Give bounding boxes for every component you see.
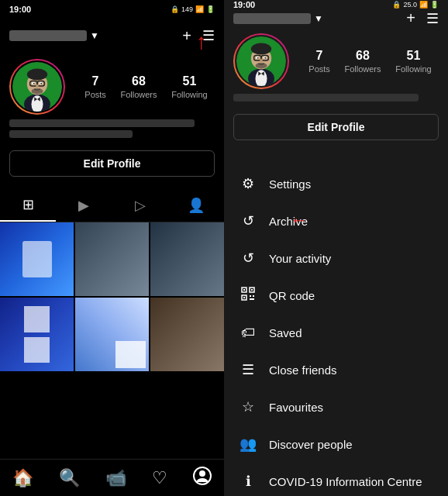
left-status-bar: 19:00 🔒 149 📶 🔋 [0, 0, 224, 19]
svg-point-32 [255, 63, 267, 69]
left-heart-icon[interactable]: ♡ [152, 468, 167, 488]
svg-point-28 [264, 57, 266, 59]
close-friends-label: Close friends [269, 363, 337, 377]
menu-item-saved[interactable]: 🏷 Saved [224, 315, 448, 351]
svg-point-15 [31, 88, 43, 95]
right-followers-count: 68 [356, 49, 370, 63]
favourites-label: Favourites [269, 401, 323, 414]
right-add-icon[interactable]: + [406, 9, 415, 27]
left-chevron-icon: ▼ [90, 30, 99, 41]
right-menu-list: ⚙ Settings ↺ Archive ↺ Your activity [224, 162, 448, 496]
right-avatar-inner [235, 35, 288, 88]
right-panel: 19:00 🔒 25.0 📶 🔋 ▼ + ☰ [224, 0, 448, 496]
svg-point-10 [40, 83, 42, 84]
left-stat-following: 51 Following [171, 74, 207, 99]
left-tab-tagged[interactable]: 👤 [168, 189, 224, 222]
menu-item-activity[interactable]: ↺ Your activity [224, 239, 448, 277]
left-tab-reels[interactable]: ▶ [56, 189, 112, 222]
left-menu-icon[interactable]: ☰ [202, 27, 215, 44]
qrcode-label: QR code [269, 289, 315, 302]
left-tagged-icon: 👤 [188, 197, 205, 214]
left-bottom-nav: 🏠 🔍 📹 ♡ [0, 459, 224, 496]
right-status-time: 19:00 [233, 0, 255, 9]
right-following-count: 51 [407, 49, 421, 63]
left-top-nav: ▼ + ☰ ↑ [0, 19, 224, 53]
left-photo-grid [0, 222, 224, 371]
left-add-icon[interactable]: + [182, 27, 191, 45]
menu-item-archive[interactable]: ↺ Archive [224, 202, 448, 239]
right-edit-profile-button[interactable]: Edit Profile [233, 114, 439, 140]
svg-point-6 [27, 68, 47, 80]
left-panel: 19:00 🔒 149 📶 🔋 ▼ + ☰ ↑ [0, 0, 224, 496]
left-video-icon: ▷ [135, 197, 146, 214]
activity-label: Your activity [269, 252, 331, 265]
left-content-area [0, 222, 224, 459]
left-profile-nav-icon[interactable] [193, 467, 212, 490]
right-following-label: Following [395, 64, 431, 74]
right-bio-area [233, 94, 439, 108]
svg-point-27 [257, 57, 259, 59]
left-avatar-inner [11, 60, 64, 113]
grid-cell-1 [0, 222, 74, 296]
right-stat-posts: 7 Posts [308, 49, 330, 74]
grid-cell-5 [75, 298, 149, 371]
right-lock-icon: 🔒 [392, 1, 401, 9]
right-followers-label: Followers [344, 64, 381, 74]
left-bio-line-1 [9, 119, 195, 127]
discover-icon: 👥 [240, 436, 257, 453]
svg-rect-34 [243, 289, 245, 291]
left-avatar-ring [9, 59, 65, 115]
menu-item-settings[interactable]: ⚙ Settings [224, 165, 448, 202]
left-profile-section: 7 Posts 68 Followers 51 Following Edit P… [0, 53, 224, 189]
right-avatar-svg [236, 36, 286, 86]
right-profile-top: 7 Posts 68 Followers 51 Following [233, 33, 439, 89]
svg-point-9 [33, 83, 35, 84]
archive-label: Archive [269, 215, 308, 228]
saved-icon: 🏷 [240, 325, 257, 341]
left-tab-video[interactable]: ▷ [112, 189, 168, 222]
menu-item-favourites[interactable]: ☆ Favourites [224, 388, 448, 425]
left-following-count: 51 [183, 74, 197, 88]
right-posts-count: 7 [316, 49, 323, 63]
grid-cell-4 [0, 298, 74, 371]
svg-point-24 [251, 43, 271, 54]
left-status-icons: 🔒 149 📶 🔋 [171, 5, 215, 13]
menu-item-covid[interactable]: ℹ COVID-19 Information Centre [224, 463, 448, 496]
grid-cell-6 [150, 298, 224, 371]
left-home-icon[interactable]: 🏠 [12, 468, 33, 488]
left-following-label: Following [171, 90, 207, 99]
left-username-area: ▼ [9, 30, 99, 41]
right-chevron-icon: ▼ [314, 13, 323, 24]
menu-item-qrcode[interactable]: QR code [224, 277, 448, 315]
favourites-icon: ☆ [240, 398, 257, 415]
menu-item-discover[interactable]: 👥 Discover people [224, 425, 448, 463]
svg-rect-40 [253, 295, 254, 297]
right-status-bar: 19:00 🔒 25.0 📶 🔋 [224, 0, 448, 9]
covid-icon: ℹ [240, 473, 257, 490]
svg-rect-38 [243, 297, 245, 298]
right-signal-text: 25.0 [403, 1, 417, 9]
left-username [9, 30, 87, 41]
left-avatar-svg [12, 62, 62, 112]
svg-point-14 [36, 84, 39, 88]
left-stat-posts: 7 Posts [84, 74, 106, 99]
right-stat-followers: 68 Followers [344, 49, 381, 74]
menu-item-close-friends[interactable]: ☰ Close friends [224, 351, 448, 388]
right-stat-following: 51 Following [395, 49, 431, 74]
svg-point-31 [260, 59, 263, 63]
right-profile-section: 7 Posts 68 Followers 51 Following Edit P… [224, 27, 448, 153]
left-lock-icon: 🔒 [171, 5, 179, 13]
covid-label: COVID-19 Information Centre [269, 475, 422, 488]
left-tab-grid[interactable]: ⊞ [0, 189, 56, 222]
left-reels-nav-icon[interactable]: 📹 [105, 468, 126, 488]
left-tabs-row: ⊞ ▶ ▷ 👤 [0, 189, 224, 222]
left-edit-profile-button[interactable]: Edit Profile [9, 150, 215, 177]
grid-cell-3 [150, 222, 224, 296]
left-stat-followers: 68 Followers [120, 74, 157, 99]
left-search-icon[interactable]: 🔍 [59, 468, 80, 488]
left-posts-count: 7 [92, 74, 99, 88]
saved-label: Saved [269, 326, 302, 339]
grid-cell-2 [75, 222, 149, 296]
right-menu-icon[interactable]: ☰ [426, 10, 439, 27]
right-bio-line-1 [233, 94, 419, 102]
